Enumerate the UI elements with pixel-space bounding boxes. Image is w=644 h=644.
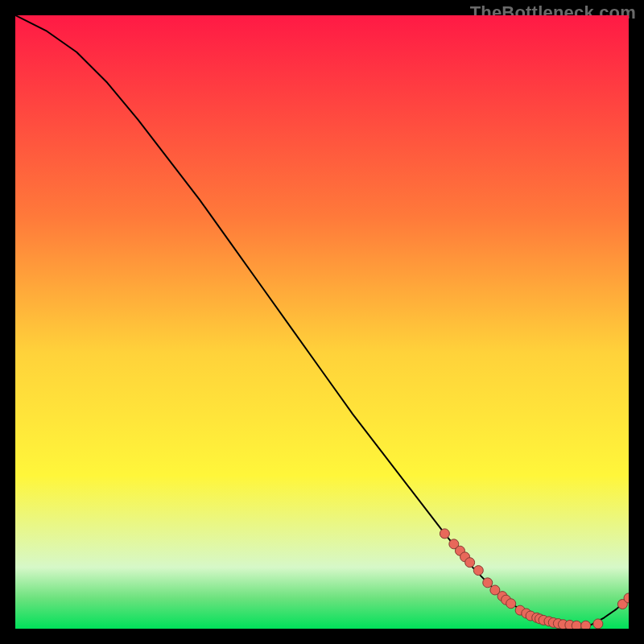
- gradient-background: [15, 15, 629, 629]
- plot-area: [15, 15, 629, 629]
- data-point: [473, 566, 483, 576]
- data-point: [465, 558, 475, 568]
- data-point: [506, 599, 516, 609]
- data-point: [483, 578, 493, 588]
- chart-frame: TheBottleneck.com: [0, 0, 644, 644]
- plot-svg: [15, 15, 629, 629]
- data-point: [581, 621, 591, 629]
- data-point: [440, 529, 449, 539]
- data-point: [593, 619, 603, 629]
- data-point: [572, 621, 581, 629]
